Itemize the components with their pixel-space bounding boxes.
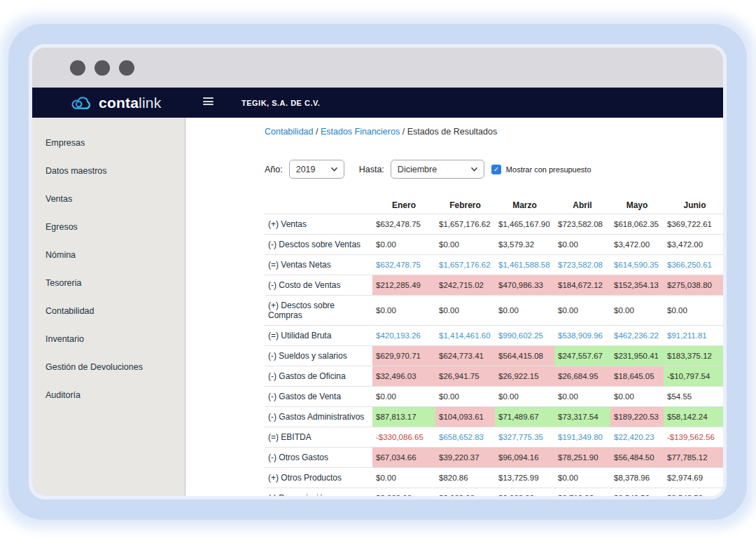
year-label: Año: (265, 165, 283, 174)
until-label: Hasta: (359, 165, 384, 174)
value-cell: $13,725.99 (495, 468, 554, 488)
value-cell: $538,909.96 (554, 326, 610, 346)
value-cell: $212,285.49 (372, 275, 435, 296)
table-corner-cell (265, 197, 372, 214)
sidebar-item-tesoreria[interactable]: Tesoreria (32, 272, 185, 294)
value-cell: $0.00 (554, 235, 610, 255)
table-row-gastos-de-venta: (-) Gastos de Venta$0.00$0.00$0.00$0.00$… (265, 387, 723, 407)
column-header-abril: Abril (554, 197, 610, 214)
value-cell: $624,773.41 (435, 346, 495, 366)
sidebar-item-egresos[interactable]: Egresos (32, 216, 185, 238)
contalink-logo[interactable]: contalink (70, 88, 161, 118)
chevron-down-icon (471, 166, 477, 172)
value-cell: $56,484.50 (610, 448, 664, 468)
value-cell: $632,478.75 (372, 214, 435, 235)
value-cell: $26,941.75 (435, 366, 495, 387)
breadcrumb: Contabilidad / Estados Financieros / Est… (265, 127, 723, 137)
sidebar-item-datos-maestros[interactable]: Datos maestros (32, 160, 185, 182)
value-cell: $0.00 (372, 235, 435, 255)
value-cell: $275,038.80 (664, 275, 723, 296)
breadcrumb-link-contabilidad[interactable]: Contabilidad (265, 127, 314, 137)
window-dot-icon[interactable] (70, 60, 85, 76)
budget-checkbox[interactable]: ✓ (491, 165, 501, 174)
value-cell: $0.00 (435, 235, 495, 255)
value-cell: $1,461,588.58 (495, 255, 554, 275)
row-label: (-) Desctos sobre Ventas (265, 235, 372, 255)
budget-checkbox-label: Mostrar con presupuesto (506, 165, 592, 174)
value-cell: $184,672.12 (554, 275, 610, 296)
value-cell: -$10,797.54 (664, 366, 723, 387)
value-cell: $1,465,167.90 (495, 214, 554, 235)
value-cell: $78,251.90 (554, 448, 610, 468)
value-cell: $420,193.26 (372, 326, 435, 346)
table-row-ventas-netas: (=) Ventas Netas$632,478.75$1,657,176.62… (265, 255, 723, 275)
table-row-utilidad-bruta: (=) Utilidad Bruta$420,193.26$1,414,461.… (265, 326, 723, 346)
breadcrumb-current: Estados de Resultados (407, 127, 498, 137)
value-cell: $0.00 (372, 387, 435, 407)
chevron-down-icon (331, 166, 337, 172)
sidebar-item-gestion-de-devoluciones[interactable]: Gestión de Devoluciones (32, 356, 185, 378)
row-label: (=) Utilidad Bruta (265, 326, 372, 346)
value-cell: $26,922.15 (495, 366, 554, 387)
table-row-otros-productos: (+) Otros Productos$0.00$820.86$13,725.9… (265, 468, 723, 488)
table-row-costo-de-ventas: (-) Costo de Ventas$212,285.49$242,715.0… (265, 275, 723, 296)
value-cell: $0.00 (495, 387, 554, 407)
logo-wordmark: contalink (99, 95, 161, 111)
table-row-ebitda: (=) EBITDA-$330,086.65$658,652.83$327,77… (265, 427, 723, 448)
value-cell: $1,657,176.62 (435, 255, 495, 275)
sidebar-menu: EmpresasDatos maestrosVentasEgresosNómin… (32, 118, 186, 496)
cloud-logo-icon (70, 94, 94, 112)
row-label: (-) Gastos de Venta (265, 387, 372, 407)
value-cell: $723,582.08 (554, 255, 610, 275)
value-cell: $2,938.03 (372, 488, 435, 497)
value-cell: $3,713.82 (554, 488, 610, 497)
sidebar-item-nomina[interactable]: Nómina (32, 244, 185, 266)
value-cell: $0.00 (554, 296, 610, 326)
column-header-marzo: Marzo (495, 197, 554, 214)
value-cell: $242,715.02 (435, 275, 495, 296)
value-cell: $629,970.71 (372, 346, 435, 366)
value-cell: $0.00 (495, 296, 554, 326)
company-name: TEGIK, S.A. DE C.V. (241, 88, 320, 118)
row-label: (=) EBITDA (265, 427, 372, 448)
value-cell: $614,590.35 (610, 255, 664, 275)
income-statement-table: EneroFebreroMarzoAbrilMayoJunio (+) Vent… (265, 197, 723, 496)
sidebar-item-ventas[interactable]: Ventas (32, 188, 185, 210)
value-cell: $2,938.03 (495, 488, 554, 497)
value-cell: $3,579.32 (495, 235, 554, 255)
value-cell: $91,211.81 (664, 326, 723, 346)
value-cell: $632,478.75 (372, 255, 435, 275)
table-row-otros-gastos: (-) Otros Gastos$67,034.66$39,220.37$96,… (265, 448, 723, 468)
sidebar-item-empresas[interactable]: Empresas (32, 132, 185, 154)
filters-bar: Año: 2019 Hasta: Diciembre ✓ Mostrar con… (265, 160, 723, 179)
main-content: Contabilidad / Estados Financieros / Est… (186, 118, 723, 496)
row-label: (=) Ventas Netas (265, 255, 372, 275)
hamburger-menu-icon[interactable] (203, 97, 214, 107)
value-cell: -$330,086.65 (372, 427, 435, 448)
value-cell: $990,602.25 (495, 326, 554, 346)
table-row-desctos-sobre-compras: (+) Desctos sobre Compras$0.00$0.00$0.00… (265, 296, 723, 326)
month-select[interactable]: Diciembre (391, 160, 484, 179)
sidebar-item-auditoria[interactable]: Auditoría (32, 384, 185, 406)
row-label: (+) Ventas (265, 214, 372, 235)
value-cell: $26,684.95 (554, 366, 610, 387)
value-cell: $0.00 (610, 387, 664, 407)
value-cell: $67,034.66 (372, 448, 435, 468)
year-select[interactable]: 2019 (289, 160, 344, 179)
value-cell: $3,543.59 (664, 488, 723, 497)
app-window: contalink TEGIK, S.A. DE C.V. EmpresasDa… (32, 48, 723, 496)
sidebar-item-contabilidad[interactable]: Contabilidad (32, 300, 185, 322)
value-cell: $1,414,461.60 (435, 326, 495, 346)
value-cell: $96,094.16 (495, 448, 554, 468)
table-header-row: EneroFebreroMarzoAbrilMayoJunio (265, 197, 723, 214)
value-cell: $0.00 (554, 387, 610, 407)
column-header-febrero: Febrero (435, 197, 495, 214)
table-row-ventas: (+) Ventas$632,478.75$1,657,176.62$1,465… (265, 214, 723, 235)
value-cell: $8,378.96 (610, 468, 664, 488)
table-row-gastos-de-oficina: (-) Gastos de Oficina$32,496.03$26,941.7… (265, 366, 723, 387)
row-label: (-) Gastos Administrativos (265, 407, 372, 427)
window-dot-icon[interactable] (94, 60, 110, 76)
window-dot-icon[interactable] (119, 60, 134, 76)
breadcrumb-link-estados-financieros[interactable]: Estados Financieros (321, 127, 400, 137)
sidebar-item-inventario[interactable]: Inventario (32, 328, 185, 350)
